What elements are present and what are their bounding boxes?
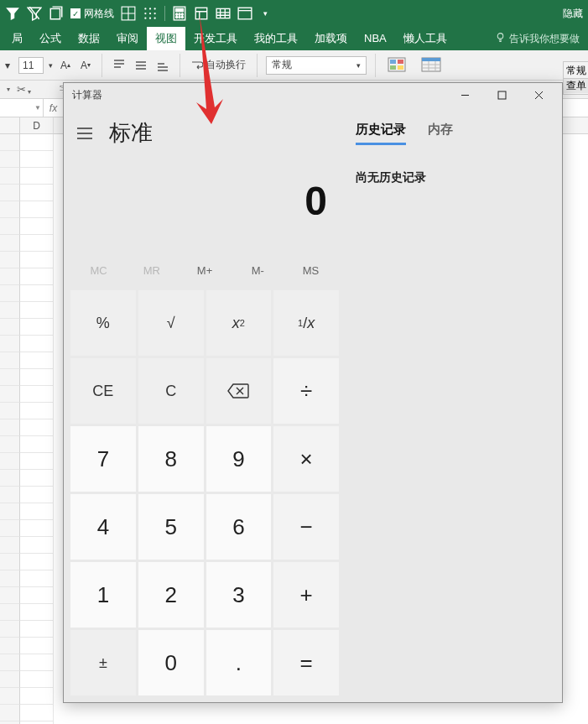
- tab-formulas[interactable]: 公式: [31, 27, 70, 50]
- key-6[interactable]: 6: [206, 494, 272, 560]
- cell[interactable]: [20, 688, 54, 705]
- number-format-dropdown[interactable]: 常规 ▾: [266, 56, 367, 75]
- ms-button[interactable]: MS: [284, 258, 337, 284]
- cell[interactable]: [20, 503, 54, 520]
- calculator-titlebar[interactable]: 计算器: [64, 83, 562, 107]
- cell[interactable]: [20, 520, 54, 537]
- key-1[interactable]: 1: [70, 562, 136, 628]
- cell[interactable]: [20, 369, 54, 386]
- tab-nba[interactable]: NBA: [356, 27, 395, 50]
- cell[interactable]: [20, 386, 54, 403]
- row-header[interactable]: [0, 453, 20, 470]
- tab-lazy-tools[interactable]: 懒人工具: [395, 27, 455, 50]
- key-9[interactable]: 9: [206, 426, 272, 492]
- row-header[interactable]: [0, 554, 20, 570]
- key-4[interactable]: 4: [70, 494, 136, 560]
- row-header[interactable]: [0, 386, 20, 403]
- cell[interactable]: [20, 268, 54, 285]
- cell[interactable]: [20, 302, 54, 319]
- row-header[interactable]: [0, 134, 20, 151]
- cell[interactable]: [20, 604, 54, 621]
- history-tab[interactable]: 历史记录: [356, 122, 406, 145]
- cell[interactable]: [20, 638, 54, 654]
- row-header[interactable]: [0, 537, 20, 554]
- grid-icon[interactable]: [121, 6, 136, 21]
- gridlines-checkbox[interactable]: ✓ 网格线: [70, 7, 114, 21]
- align-top-icon[interactable]: [111, 59, 127, 72]
- row-header[interactable]: [0, 285, 20, 302]
- clear-filter-icon[interactable]: [27, 6, 42, 21]
- tab-data[interactable]: 数据: [70, 27, 108, 50]
- memory-tab[interactable]: 内存: [428, 122, 453, 145]
- cell[interactable]: [20, 235, 54, 252]
- row-header[interactable]: [0, 403, 20, 419]
- tab-mytools[interactable]: 我的工具: [246, 27, 306, 50]
- mminus-button[interactable]: M-: [232, 258, 284, 284]
- row-header[interactable]: [0, 436, 20, 453]
- cell[interactable]: [20, 671, 54, 688]
- percent-key[interactable]: %: [70, 290, 136, 356]
- wrap-text-icon[interactable]: 自动换行: [189, 57, 248, 73]
- tell-me[interactable]: 告诉我你想要做: [495, 32, 585, 46]
- form-icon[interactable]: [194, 6, 209, 21]
- cell[interactable]: [20, 587, 54, 604]
- fx-icon[interactable]: fx: [44, 99, 64, 117]
- minimize-button[interactable]: [446, 83, 483, 107]
- font-size-dropdown-icon[interactable]: ▾: [49, 61, 53, 70]
- decrease-font-icon[interactable]: A▾: [78, 59, 93, 72]
- sqrt-key[interactable]: √: [138, 290, 204, 356]
- row-header[interactable]: [0, 503, 20, 520]
- divide-key[interactable]: ÷: [273, 358, 339, 424]
- key-5[interactable]: 5: [138, 494, 204, 560]
- row-header[interactable]: [0, 621, 20, 638]
- row-header[interactable]: [0, 570, 20, 587]
- calculator-icon[interactable]: [172, 6, 187, 21]
- cell[interactable]: [20, 336, 54, 352]
- column-header[interactable]: D: [20, 117, 54, 133]
- cell[interactable]: [20, 570, 54, 587]
- multiply-key[interactable]: ×: [273, 426, 339, 492]
- tab-addins[interactable]: 加载项: [306, 27, 356, 50]
- row-header[interactable]: [0, 470, 20, 487]
- row-header[interactable]: [0, 168, 20, 185]
- cell[interactable]: [20, 285, 54, 302]
- row-header[interactable]: [0, 587, 20, 604]
- plus-minus-key[interactable]: ±: [70, 630, 136, 695]
- menu-button[interactable]: [72, 121, 97, 146]
- row-header[interactable]: [0, 201, 20, 218]
- row-header[interactable]: [0, 654, 20, 671]
- cell[interactable]: [20, 168, 54, 185]
- ce-key[interactable]: CE: [70, 358, 136, 424]
- cell[interactable]: [20, 436, 54, 453]
- reciprocal-key[interactable]: 1/x: [273, 290, 339, 356]
- increase-font-icon[interactable]: A▴: [58, 59, 73, 72]
- conditional-format-icon[interactable]: [384, 55, 413, 76]
- select-all-corner[interactable]: [0, 117, 20, 133]
- key-8[interactable]: 8: [138, 426, 204, 492]
- square-key[interactable]: x2: [206, 290, 272, 356]
- qat-dropdown-icon[interactable]: ▾: [258, 6, 273, 21]
- row-header[interactable]: [0, 419, 20, 436]
- row-header[interactable]: [0, 235, 20, 252]
- cell[interactable]: [20, 352, 54, 369]
- cell[interactable]: [20, 151, 54, 168]
- row-header[interactable]: [0, 705, 20, 721]
- key-0[interactable]: 0: [138, 630, 204, 695]
- cell[interactable]: [20, 319, 54, 336]
- row-header[interactable]: [0, 268, 20, 285]
- row-header[interactable]: [0, 218, 20, 235]
- minus-key[interactable]: −: [273, 494, 339, 560]
- cell[interactable]: [20, 403, 54, 419]
- font-size-input[interactable]: 11: [18, 57, 44, 74]
- row-header[interactable]: [0, 336, 20, 352]
- align-middle-icon[interactable]: [133, 59, 149, 72]
- tab-review[interactable]: 审阅: [108, 27, 147, 50]
- tab-view[interactable]: 视图: [147, 27, 185, 50]
- row-header[interactable]: [0, 369, 20, 386]
- maximize-button[interactable]: [483, 83, 520, 107]
- paste-dropdown-icon[interactable]: ▾: [7, 86, 10, 93]
- table-icon[interactable]: [216, 6, 231, 21]
- cell[interactable]: [20, 554, 54, 570]
- row-header[interactable]: [0, 671, 20, 688]
- cell[interactable]: [20, 537, 54, 554]
